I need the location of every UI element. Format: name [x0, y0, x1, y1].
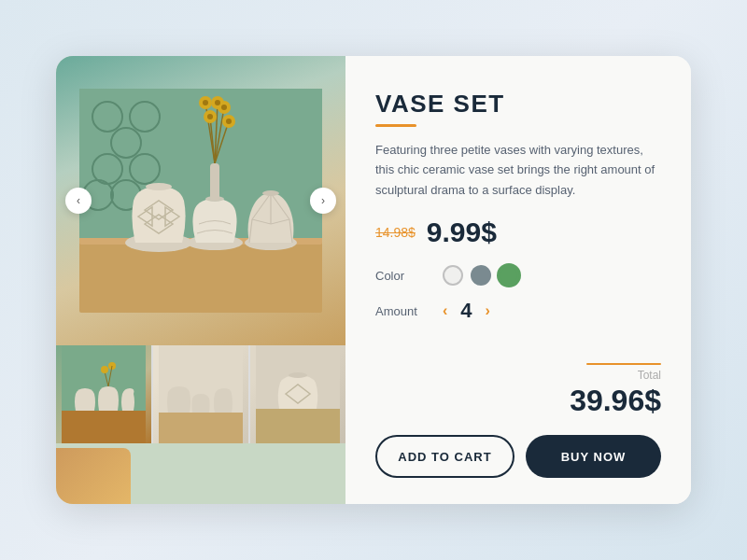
- next-image-button[interactable]: ›: [310, 188, 336, 214]
- color-option-gray[interactable]: [471, 265, 491, 286]
- total-label: Total: [638, 369, 661, 382]
- price-row: 14.98$ 9.99$: [375, 217, 661, 248]
- sale-price: 9.99$: [427, 217, 497, 248]
- thumbnail-2[interactable]: [151, 345, 248, 443]
- color-options: [443, 265, 519, 286]
- details-section: VASE SET Featuring three petite vases wi…: [345, 56, 691, 504]
- svg-point-38: [262, 190, 279, 196]
- buy-now-button[interactable]: BUY NOW: [526, 435, 661, 478]
- amount-option-row: Amount ‹ 4 ›: [375, 299, 661, 323]
- color-option-green[interactable]: [499, 265, 519, 286]
- total-row: Total 39.96$: [375, 363, 661, 418]
- total-amount: 39.96$: [570, 384, 661, 418]
- original-price: 14.98$: [375, 225, 416, 240]
- svg-point-21: [221, 105, 227, 110]
- svg-point-49: [289, 372, 307, 378]
- product-description: Featuring three petite vases with varyin…: [375, 140, 661, 200]
- decrease-amount-button[interactable]: ‹: [443, 302, 447, 319]
- svg-point-20: [207, 114, 213, 119]
- title-underline: [375, 124, 416, 127]
- svg-point-23: [203, 100, 208, 105]
- thumbnail-1[interactable]: [56, 345, 151, 443]
- svg-rect-0: [79, 238, 322, 313]
- add-to-cart-button[interactable]: ADD TO CART: [375, 435, 514, 478]
- color-option-white[interactable]: [443, 265, 463, 286]
- amount-value: 4: [460, 299, 472, 323]
- svg-rect-48: [256, 409, 340, 443]
- amount-label: Amount: [375, 304, 430, 318]
- image-section: ‹: [56, 56, 345, 504]
- svg-point-26: [146, 183, 172, 190]
- action-buttons: ADD TO CART BUY NOW: [375, 435, 661, 478]
- svg-point-24: [226, 119, 232, 124]
- color-label: Color: [375, 269, 430, 283]
- product-title: VASE SET: [375, 90, 661, 119]
- vase-scene-illustration: [79, 89, 322, 313]
- increase-amount-button[interactable]: ›: [486, 302, 490, 319]
- main-product-image: ‹: [56, 56, 345, 345]
- amount-control: ‹ 4 ›: [443, 299, 490, 323]
- product-card: ‹: [56, 56, 691, 504]
- thumbnail-3[interactable]: [248, 345, 345, 443]
- svg-rect-46: [159, 413, 243, 443]
- svg-rect-29: [210, 163, 219, 201]
- total-underline: [586, 363, 661, 365]
- svg-point-42: [101, 366, 108, 373]
- color-option-row: Color: [375, 265, 661, 286]
- thumbnail-strip: [56, 345, 345, 443]
- svg-rect-40: [62, 411, 146, 443]
- svg-point-22: [215, 100, 220, 105]
- accent-corner: [56, 448, 131, 504]
- prev-image-button[interactable]: ‹: [65, 188, 92, 214]
